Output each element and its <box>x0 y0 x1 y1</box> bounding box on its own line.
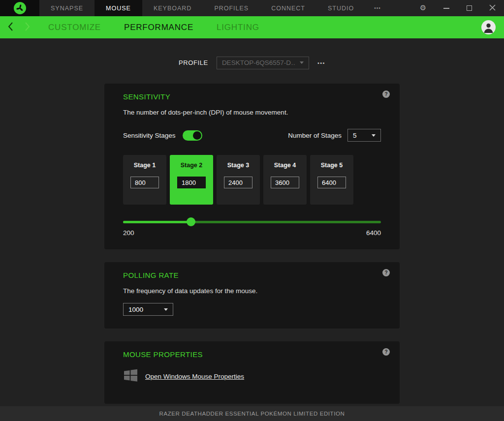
dpi-slider[interactable] <box>123 217 381 226</box>
tab-connect[interactable]: CONNECT <box>260 0 316 16</box>
slider-knob[interactable] <box>187 217 195 226</box>
stage-label: Stage 5 <box>310 162 353 169</box>
slider-labels: 200 6400 <box>123 229 381 237</box>
stage-dpi-input[interactable] <box>224 177 252 188</box>
slider-fill <box>123 221 191 223</box>
stage-dpi-input[interactable] <box>177 177 206 188</box>
number-of-stages-group: Number of Stages 5 <box>288 129 381 142</box>
chevron-down-icon <box>164 308 168 311</box>
window-controls: ⚙ <box>411 0 504 16</box>
stage-label: Stage 3 <box>217 162 260 169</box>
help-icon[interactable]: ? <box>382 348 390 356</box>
help-icon[interactable]: ? <box>382 90 390 98</box>
sensitivity-title: SENSITIVITY <box>123 91 381 102</box>
number-of-stages-label: Number of Stages <box>288 132 342 139</box>
close-button[interactable] <box>481 0 504 16</box>
stage-card-3[interactable]: Stage 3 <box>217 155 260 205</box>
forward-button[interactable] <box>21 20 33 35</box>
stage-label: Stage 1 <box>123 162 166 169</box>
mouse-properties-title: MOUSE PROPERTIES <box>123 349 381 360</box>
subnav-tabs: CUSTOMIZE PERFORMANCE LIGHTING <box>48 23 259 32</box>
tab-studio[interactable]: STUDIO <box>316 0 365 16</box>
number-of-stages-select[interactable]: 5 <box>347 129 381 142</box>
minimize-icon <box>443 8 449 9</box>
back-button[interactable] <box>4 20 17 35</box>
help-icon[interactable]: ? <box>382 269 390 276</box>
gear-icon: ⚙ <box>420 4 426 12</box>
chevron-down-icon <box>372 134 376 137</box>
titlebar-tabs: SYNAPSE MOUSE KEYBOARD PROFILES CONNECT … <box>39 0 390 16</box>
tab-mouse[interactable]: MOUSE <box>94 0 142 16</box>
number-of-stages-value: 5 <box>353 132 357 139</box>
subtab-customize[interactable]: CUSTOMIZE <box>48 23 101 32</box>
polling-rate-value: 1000 <box>128 306 143 313</box>
slider-max-label: 6400 <box>366 229 381 237</box>
device-footer: RAZER DEATHADDER ESSENTIAL POKÉMON LIMIT… <box>0 406 504 421</box>
tab-keyboard[interactable]: KEYBOARD <box>142 0 203 16</box>
sensitivity-panel: ? SENSITIVITY The number of dots-per-inc… <box>104 84 400 249</box>
stage-dpi-input[interactable] <box>271 177 299 188</box>
toggle-knob <box>193 131 201 140</box>
stage-cards: Stage 1 Stage 2 Stage 3 Stage 4 Stage 5 <box>123 155 381 205</box>
sensitivity-stages-label: Sensitivity Stages <box>123 132 176 139</box>
settings-button[interactable]: ⚙ <box>411 0 435 16</box>
razer-logo-button[interactable] <box>0 0 39 16</box>
person-icon <box>481 20 496 34</box>
stage-dpi-input[interactable] <box>317 177 346 188</box>
stage-card-2[interactable]: Stage 2 <box>170 155 213 205</box>
profile-select-value: DESKTOP-6QS6557-D… <box>222 59 296 66</box>
stage-card-1[interactable]: Stage 1 <box>123 155 166 205</box>
subtab-performance[interactable]: PERFORMANCE <box>124 23 193 32</box>
profile-row: PROFILE DESKTOP-6QS6557-D… ••• <box>0 56 504 69</box>
stage-card-4[interactable]: Stage 4 <box>263 155 307 205</box>
windows-mouse-properties-row: Open Windows Mouse Properties <box>123 368 381 385</box>
razer-logo-icon <box>14 2 26 14</box>
slider-min-label: 200 <box>123 229 134 237</box>
profile-menu-button[interactable]: ••• <box>317 60 325 66</box>
sensitivity-description: The number of dots-per-inch (DPI) of mou… <box>123 108 381 117</box>
polling-rate-select[interactable]: 1000 <box>123 303 173 316</box>
profile-select[interactable]: DESKTOP-6QS6557-D… <box>217 57 309 69</box>
device-name: RAZER DEATHADDER ESSENTIAL POKÉMON LIMIT… <box>159 411 345 417</box>
mouse-properties-panel: ? MOUSE PROPERTIES Open Windows Mouse Pr… <box>104 341 400 404</box>
user-avatar[interactable] <box>481 20 496 34</box>
subnav: CUSTOMIZE PERFORMANCE LIGHTING <box>0 16 504 38</box>
close-icon <box>489 4 496 13</box>
stage-dpi-input[interactable] <box>130 177 159 188</box>
stage-label: Stage 2 <box>170 162 213 169</box>
subtab-lighting[interactable]: LIGHTING <box>217 23 259 32</box>
polling-rate-panel: ? POLLING RATE The frequency of data upd… <box>104 262 400 329</box>
more-tabs-button[interactable]: ••• <box>365 0 390 16</box>
chevron-right-icon <box>24 21 31 34</box>
windows-logo-icon <box>123 368 138 385</box>
profile-label: PROFILE <box>179 59 208 66</box>
polling-rate-description: The frequency of data updates for the mo… <box>123 287 381 296</box>
tab-synapse[interactable]: SYNAPSE <box>39 0 94 16</box>
minimize-button[interactable] <box>435 0 458 16</box>
stage-label: Stage 4 <box>263 162 307 169</box>
tab-profiles[interactable]: PROFILES <box>203 0 260 16</box>
maximize-icon <box>467 5 472 11</box>
polling-rate-title: POLLING RATE <box>123 270 381 280</box>
maximize-button[interactable] <box>458 0 481 16</box>
stages-control-row: Sensitivity Stages Number of Stages 5 <box>123 129 381 142</box>
stage-card-5[interactable]: Stage 5 <box>310 155 353 205</box>
chevron-down-icon <box>300 61 304 64</box>
chevron-left-icon <box>7 21 14 34</box>
titlebar: SYNAPSE MOUSE KEYBOARD PROFILES CONNECT … <box>0 0 504 16</box>
sensitivity-stages-toggle[interactable] <box>183 130 202 141</box>
open-windows-mouse-properties-link[interactable]: Open Windows Mouse Properties <box>145 373 244 380</box>
